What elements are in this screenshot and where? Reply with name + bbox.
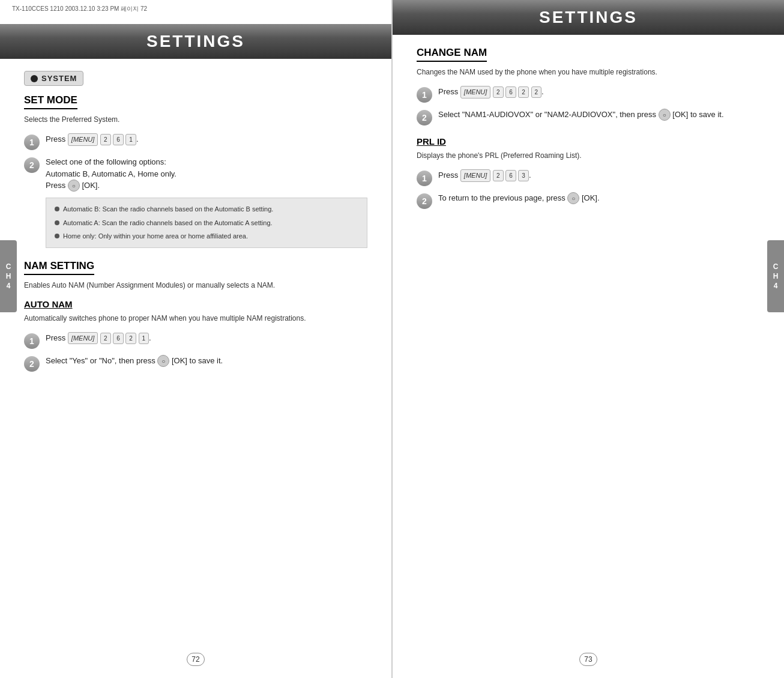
left-tab-4: 4 bbox=[7, 282, 11, 290]
left-header-title: SETTINGS bbox=[146, 32, 245, 51]
system-badge: SYSTEM bbox=[24, 71, 83, 86]
set-mode-step2: 2 Select one of the following options: A… bbox=[24, 156, 367, 192]
prl-step1-num: 1 bbox=[422, 174, 427, 183]
prl-step2: 2 To return to the previous page, press … bbox=[417, 192, 760, 209]
ok-key-icon: ○ bbox=[68, 180, 80, 192]
bullet-1-text: Automatic B: Scan the radio channels bas… bbox=[63, 204, 273, 214]
change-nam-desc: Changes the NAM used by the phone when y… bbox=[417, 67, 760, 77]
prl-step2-text: To return to the previous page, press ○ … bbox=[438, 192, 600, 204]
key-1: 1 bbox=[125, 134, 136, 145]
prl-key-6: 6 bbox=[505, 170, 516, 181]
bullet-dot-3 bbox=[55, 234, 59, 238]
nam-setting-desc: Enables Auto NAM (Number Assignment Modu… bbox=[24, 280, 367, 291]
auto-nam-step2-circle: 2 bbox=[24, 356, 40, 372]
change-nam-step2: 2 Select "NAM1-AUDIOVOX" or "NAM2-AUDIOV… bbox=[417, 109, 760, 126]
auto-nam-step2-num: 2 bbox=[29, 359, 34, 369]
change-nam-key-6: 6 bbox=[505, 86, 516, 98]
change-nam-step2-num: 2 bbox=[422, 113, 427, 123]
right-settings-header: SETTINGS bbox=[393, 0, 784, 35]
auto-nam-key-6: 6 bbox=[113, 333, 124, 344]
prl-step2-num: 2 bbox=[422, 196, 427, 206]
bullet-dot-2 bbox=[55, 220, 59, 225]
right-page: SETTINGS C H 4 CHANGE NAM Changes the NA… bbox=[393, 0, 784, 678]
left-page: TX-110CCES 1210 2003.12.10 3:23 PM 페이지 7… bbox=[0, 0, 391, 678]
step1-num: 1 bbox=[29, 138, 34, 147]
bullet-2-text: Automatic A: Scan the radio channels bas… bbox=[63, 218, 273, 228]
change-nam-step2-text: Select "NAM1-AUDIOVOX" or "NAM2-AUDIOVOX… bbox=[438, 109, 724, 121]
bullet-3: Home only: Only within your home area or… bbox=[55, 231, 358, 241]
auto-nam-key-2: 2 bbox=[100, 333, 111, 344]
set-mode-step1: 1 Press [MENU] 2 6 1. bbox=[24, 133, 367, 150]
set-mode-desc: Selects the Preferred System. bbox=[24, 114, 367, 125]
menu-key-icon: [MENU] bbox=[68, 133, 98, 146]
prl-step1: 1 Press [MENU] 2 6 3. bbox=[417, 169, 760, 186]
auto-nam-step1: 1 Press [MENU] 2 6 2 1. bbox=[24, 332, 367, 349]
prl-step1-circle: 1 bbox=[417, 171, 432, 186]
file-info-bar: TX-110CCES 1210 2003.12.10 3:23 PM 페이지 7… bbox=[0, 0, 391, 24]
prl-step2-circle: 2 bbox=[417, 193, 432, 209]
change-nam-step1-text: Press [MENU] 2 6 2 2. bbox=[438, 86, 544, 98]
left-tab-h: H bbox=[6, 272, 11, 280]
nam-setting-section: NAM SETTING Enables Auto NAM (Number Ass… bbox=[24, 260, 367, 372]
nam-setting-heading: NAM SETTING bbox=[24, 260, 94, 275]
auto-nam-key-2b: 2 bbox=[125, 333, 136, 344]
prl-ok-key: ○ bbox=[567, 192, 579, 204]
auto-nam-desc: Automatically switches phone to proper N… bbox=[24, 313, 367, 324]
change-nam-step1-num: 1 bbox=[422, 90, 427, 100]
right-side-tab: C H 4 bbox=[767, 240, 784, 312]
left-side-tab: C H 4 bbox=[0, 240, 17, 312]
step2-num: 2 bbox=[29, 160, 34, 170]
key-2: 2 bbox=[100, 134, 111, 145]
step2-circle: 2 bbox=[24, 157, 40, 173]
set-mode-heading: SET MODE bbox=[24, 94, 77, 109]
step2-text: Select one of the following options: Aut… bbox=[46, 156, 176, 192]
prl-id-section: PRL ID Displays the phone's PRL (Preferr… bbox=[417, 136, 760, 209]
system-dot-icon bbox=[31, 75, 38, 82]
step1-circle: 1 bbox=[24, 135, 40, 150]
left-settings-header: SETTINGS bbox=[0, 24, 391, 59]
auto-nam-ok-key: ○ bbox=[157, 355, 169, 367]
right-tab-c: C bbox=[773, 262, 779, 271]
change-nam-key-2: 2 bbox=[493, 86, 504, 98]
change-nam-key-2b: 2 bbox=[518, 86, 529, 98]
prl-step1-text: Press [MENU] 2 6 3. bbox=[438, 169, 531, 182]
prl-id-desc: Displays the phone's PRL (Preferred Roam… bbox=[417, 150, 760, 161]
auto-nam-step1-num: 1 bbox=[29, 336, 34, 346]
auto-nam-step1-circle: 1 bbox=[24, 333, 40, 349]
left-page-number: 72 bbox=[187, 653, 205, 666]
change-nam-step1: 1 Press [MENU] 2 6 2 2. bbox=[417, 86, 760, 103]
left-tab-c: C bbox=[6, 262, 11, 271]
prl-menu-key: [MENU] bbox=[460, 169, 491, 182]
set-mode-section: SET MODE Selects the Preferred System. 1… bbox=[24, 94, 367, 248]
change-nam-step2-circle: 2 bbox=[417, 110, 432, 126]
auto-nam-key-1: 1 bbox=[139, 333, 149, 344]
bullet-box: Automatic B: Scan the radio channels bas… bbox=[46, 198, 367, 248]
auto-nam-step2-text: Select "Yes" or "No", then press ○ [OK] … bbox=[46, 355, 223, 367]
change-nam-section: CHANGE NAM Changes the NAM used by the p… bbox=[417, 47, 760, 126]
auto-nam-heading: AUTO NAM bbox=[24, 299, 367, 309]
change-nam-ok-key: ○ bbox=[659, 109, 671, 121]
auto-nam-subsection: AUTO NAM Automatically switches phone to… bbox=[24, 299, 367, 372]
right-tab-4: 4 bbox=[774, 282, 778, 290]
file-info-text: TX-110CCES 1210 2003.12.10 3:23 PM 페이지 7… bbox=[12, 5, 147, 13]
left-content: SYSTEM SET MODE Selects the Preferred Sy… bbox=[0, 59, 391, 390]
right-tab-h: H bbox=[773, 272, 779, 280]
step1-text: Press [MENU] 2 6 1. bbox=[46, 133, 139, 146]
bullet-dot-1 bbox=[55, 207, 59, 211]
change-nam-menu-key: [MENU] bbox=[460, 86, 491, 98]
auto-nam-menu-key: [MENU] bbox=[68, 332, 98, 345]
right-content: CHANGE NAM Changes the NAM used by the p… bbox=[393, 35, 784, 227]
bullet-1: Automatic B: Scan the radio channels bas… bbox=[55, 204, 358, 214]
prl-id-heading: PRL ID bbox=[417, 136, 760, 147]
change-nam-key-2c: 2 bbox=[531, 86, 542, 98]
system-badge-label: SYSTEM bbox=[41, 74, 77, 83]
change-nam-step1-circle: 1 bbox=[417, 87, 432, 103]
change-nam-heading: CHANGE NAM bbox=[417, 47, 487, 62]
right-page-number: 73 bbox=[579, 653, 597, 666]
bullet-2: Automatic A: Scan the radio channels bas… bbox=[55, 218, 358, 228]
auto-nam-step1-text: Press [MENU] 2 6 2 1. bbox=[46, 332, 151, 345]
prl-key-3: 3 bbox=[518, 170, 529, 181]
key-6: 6 bbox=[113, 134, 124, 145]
auto-nam-step2: 2 Select "Yes" or "No", then press ○ [OK… bbox=[24, 355, 367, 372]
bullet-3-text: Home only: Only within your home area or… bbox=[63, 231, 248, 241]
